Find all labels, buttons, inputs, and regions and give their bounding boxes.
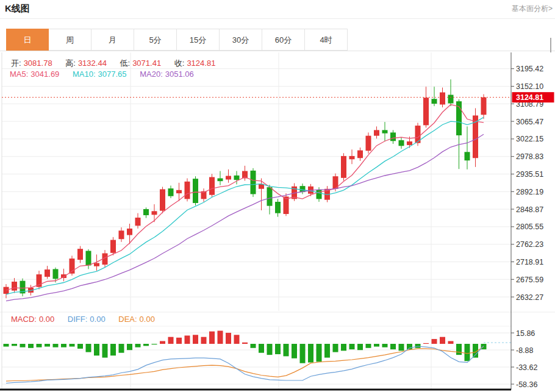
macd-bar [119, 344, 124, 353]
ma-legend: MA5:3041.69 MA10:3077.65 MA20:3051.06 [10, 69, 196, 79]
macd-bar [135, 344, 141, 347]
candle [284, 196, 289, 214]
candle [366, 136, 371, 151]
macd-bar [28, 344, 34, 348]
candle [407, 141, 412, 145]
scroll-indicator[interactable] [550, 38, 551, 52]
candle [275, 202, 281, 213]
candle [234, 176, 240, 180]
candle [251, 171, 256, 194]
close-label: 收: [174, 59, 185, 68]
macd-bar [53, 344, 59, 347]
ma5-line [6, 105, 484, 291]
ma5-label: MA5: [10, 69, 28, 79]
candle [53, 269, 59, 279]
tick-label: 2935.51 [516, 170, 543, 179]
candle [168, 188, 174, 196]
tick-label: 2718.91 [516, 258, 543, 266]
candle [382, 130, 388, 133]
macd-bar [185, 335, 190, 344]
tab-6[interactable]: 60分 [262, 29, 305, 51]
macd-bar [226, 333, 231, 344]
macd-bar [390, 344, 396, 349]
tick-label: 3065.47 [516, 118, 543, 126]
candle [4, 287, 9, 294]
open-value: 3081.78 [24, 59, 52, 68]
macd-bar [284, 344, 289, 356]
candle [341, 156, 346, 178]
tab-5[interactable]: 30分 [220, 29, 262, 51]
macd-bar [292, 344, 297, 358]
kline-chart-canvas[interactable]: 3195.423152.103108.793065.473022.152978.… [0, 52, 555, 392]
macd-bar [176, 338, 182, 344]
tick-label: -58.36 [516, 380, 537, 389]
candle [143, 209, 149, 215]
macd-bar [382, 344, 388, 347]
macd-bar [234, 335, 240, 344]
tab-7[interactable]: 4时 [305, 29, 348, 51]
bottom-frame [0, 389, 511, 391]
macd-bar [465, 344, 470, 361]
candle [45, 269, 50, 277]
candle [390, 132, 396, 141]
ma5-value: 3041.69 [30, 69, 59, 79]
candle [12, 282, 17, 291]
macd-legend: MACD:0.00 DIFF:0.00 DEA:0.00 [11, 315, 157, 324]
candle [267, 187, 273, 206]
macd-bar [61, 344, 66, 347]
tab-2[interactable]: 月 [91, 29, 134, 51]
candle [481, 98, 487, 115]
macd-bar [168, 337, 174, 344]
candle [209, 177, 215, 194]
macd-bar [86, 344, 91, 352]
ma10-value: 3077.65 [98, 69, 127, 79]
candle [77, 249, 83, 260]
tick-label: -8.88 [516, 346, 534, 355]
tab-0[interactable]: 日 [6, 29, 49, 51]
candle [317, 190, 322, 199]
macd-bar [300, 344, 306, 363]
macd-bar [37, 344, 42, 347]
macd-bar [357, 344, 363, 350]
tick-label: 2892.19 [516, 188, 543, 196]
macd-bar [12, 344, 17, 346]
tabbar-underline [0, 51, 555, 51]
macd-bar [193, 335, 198, 344]
macd-bar [127, 344, 132, 350]
candle [152, 211, 157, 215]
tick-label: 2805.55 [516, 223, 543, 231]
macd-bar [374, 344, 379, 347]
tab-1[interactable]: 周 [49, 29, 91, 51]
candle [357, 151, 363, 159]
ma20-value: 3051.06 [165, 69, 194, 79]
tick-label: 2632.27 [516, 293, 543, 302]
macd-bar [201, 337, 207, 344]
macd-bar [242, 343, 248, 344]
macd-bar [152, 344, 157, 344]
macd-bar [324, 344, 330, 358]
macd-bar [77, 344, 83, 349]
last-price-tag-label: 3124.81 [516, 93, 543, 102]
macd-layer [4, 330, 512, 383]
high-value: 3132.44 [78, 59, 107, 68]
tick-label: -33.62 [516, 363, 537, 372]
macd-bar [308, 344, 313, 363]
tab-4[interactable]: 15分 [177, 29, 220, 51]
macd-bar [259, 344, 264, 353]
candle [218, 178, 223, 181]
diff-value: 0.00 [90, 315, 105, 324]
dea-label: DEA: [118, 315, 137, 324]
macd-bar [423, 343, 429, 344]
tick-label: 2978.83 [516, 152, 543, 161]
candle [110, 240, 116, 253]
macd-bar [275, 344, 281, 354]
macd-bar [349, 344, 355, 349]
dea-line [6, 347, 484, 382]
tick-label: 2675.59 [516, 276, 543, 284]
fundamental-analysis-link[interactable]: 基本面分析> [512, 4, 553, 14]
candle [226, 176, 231, 179]
candle [185, 182, 190, 199]
low-value: 3071.41 [132, 59, 161, 68]
page-title: K线图 [5, 3, 30, 15]
tab-3[interactable]: 5分 [134, 29, 177, 51]
